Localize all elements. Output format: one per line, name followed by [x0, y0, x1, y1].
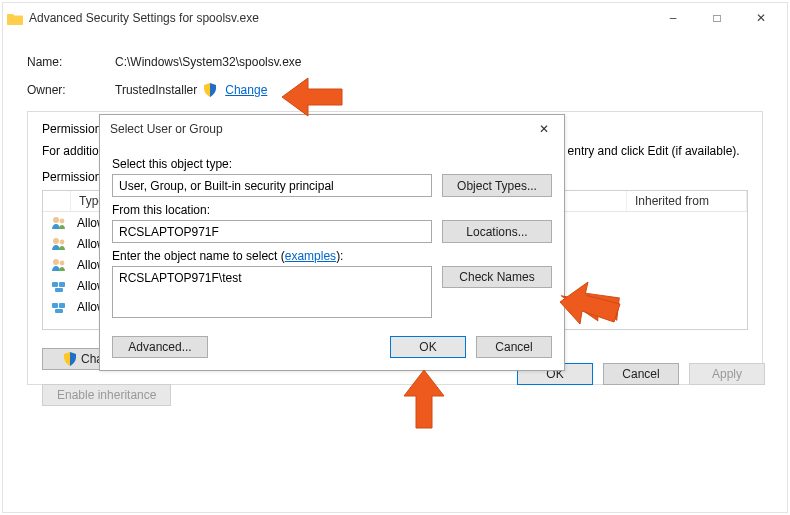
dialog-ok-button[interactable]: OK [390, 336, 466, 358]
cancel-button[interactable]: Cancel [603, 363, 679, 385]
object-name-input[interactable] [112, 266, 432, 318]
window-title: Advanced Security Settings for spoolsv.e… [29, 11, 645, 25]
svg-rect-11 [55, 309, 63, 313]
advanced-button[interactable]: Advanced... [112, 336, 208, 358]
user-icon [47, 237, 71, 251]
dialog-body: Select this object type: Object Types...… [100, 143, 564, 370]
svg-rect-6 [52, 282, 58, 287]
select-user-dialog: Select User or Group ✕ Select this objec… [99, 114, 565, 371]
owner-value: TrustedInstaller [115, 83, 197, 97]
enter-name-prefix: Enter the object name to select ( [112, 249, 285, 263]
group-icon [47, 300, 71, 314]
object-type-field[interactable] [112, 174, 432, 197]
close-button[interactable]: ✕ [739, 3, 783, 33]
svg-rect-10 [59, 303, 65, 308]
maximize-button[interactable]: □ [695, 3, 739, 33]
name-row: Name: C:\Windows\System32\spoolsv.exe [27, 55, 763, 69]
svg-point-5 [60, 260, 65, 265]
examples-link[interactable]: examples [285, 249, 336, 263]
svg-rect-9 [52, 303, 58, 308]
minimize-button[interactable]: – [651, 3, 695, 33]
enter-name-suffix: ): [336, 249, 343, 263]
location-field[interactable] [112, 220, 432, 243]
user-icon [47, 258, 71, 272]
window-controls: – □ ✕ [651, 3, 783, 33]
col-inherited[interactable]: Inherited from [627, 191, 747, 211]
svg-rect-8 [55, 288, 63, 292]
owner-label: Owner: [27, 83, 115, 97]
owner-row: Owner: TrustedInstaller Change [27, 83, 763, 97]
dialog-titlebar: Select User or Group ✕ [100, 115, 564, 143]
dialog-close-icon[interactable]: ✕ [534, 122, 554, 136]
svg-point-2 [53, 238, 59, 244]
enable-inheritance-button[interactable]: Enable inheritance [42, 384, 171, 406]
check-names-button[interactable]: Check Names [442, 266, 552, 288]
user-icon [47, 216, 71, 230]
enter-name-label: Enter the object name to select (example… [112, 249, 552, 263]
svg-point-1 [60, 218, 65, 223]
svg-point-3 [60, 239, 65, 244]
folder-icon [7, 12, 23, 25]
apply-button[interactable]: Apply [689, 363, 765, 385]
group-icon [47, 279, 71, 293]
location-label: From this location: [112, 203, 552, 217]
object-types-button[interactable]: Object Types... [442, 174, 552, 197]
name-value: C:\Windows\System32\spoolsv.exe [115, 55, 302, 69]
shield-icon [203, 83, 217, 97]
name-label: Name: [27, 55, 115, 69]
dialog-title: Select User or Group [110, 122, 534, 136]
svg-point-0 [53, 217, 59, 223]
svg-point-4 [53, 259, 59, 265]
change-owner-link[interactable]: Change [225, 83, 267, 97]
shield-icon [63, 352, 77, 366]
dialog-cancel-button[interactable]: Cancel [476, 336, 552, 358]
locations-button[interactable]: Locations... [442, 220, 552, 243]
svg-rect-7 [59, 282, 65, 287]
titlebar: Advanced Security Settings for spoolsv.e… [3, 3, 787, 33]
object-type-label: Select this object type: [112, 157, 552, 171]
